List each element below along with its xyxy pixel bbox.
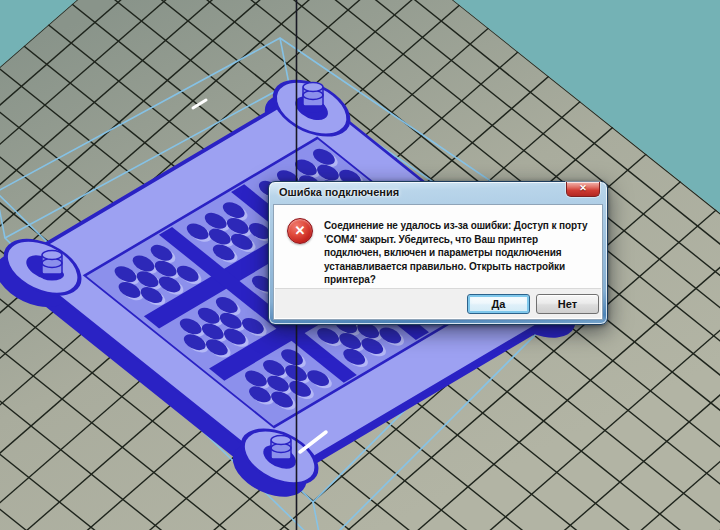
close-button[interactable]: ✕ — [566, 182, 600, 197]
dialog-body: ✕ Соединение не удалось из-за ошибки: До… — [273, 204, 603, 320]
no-button[interactable]: Нет — [536, 294, 599, 314]
dialog-button-strip: Да Нет — [275, 288, 601, 318]
dialog-message: Соединение не удалось из-за ошибки: Дост… — [324, 219, 590, 287]
yes-button[interactable]: Да — [467, 294, 530, 314]
error-icon: ✕ — [287, 218, 313, 244]
dialog-message-row: ✕ Соединение не удалось из-за ошибки: До… — [274, 205, 602, 288]
error-icon-glyph: ✕ — [295, 223, 306, 238]
dialog-titlebar[interactable]: Ошибка подключения ✕ — [269, 182, 607, 204]
close-icon: ✕ — [579, 182, 587, 195]
app-window: Ошибка подключения ✕ ✕ Соединение не уда… — [0, 0, 720, 530]
dialog-title: Ошибка подключения — [279, 186, 399, 198]
error-dialog: Ошибка подключения ✕ ✕ Соединение не уда… — [268, 181, 608, 325]
